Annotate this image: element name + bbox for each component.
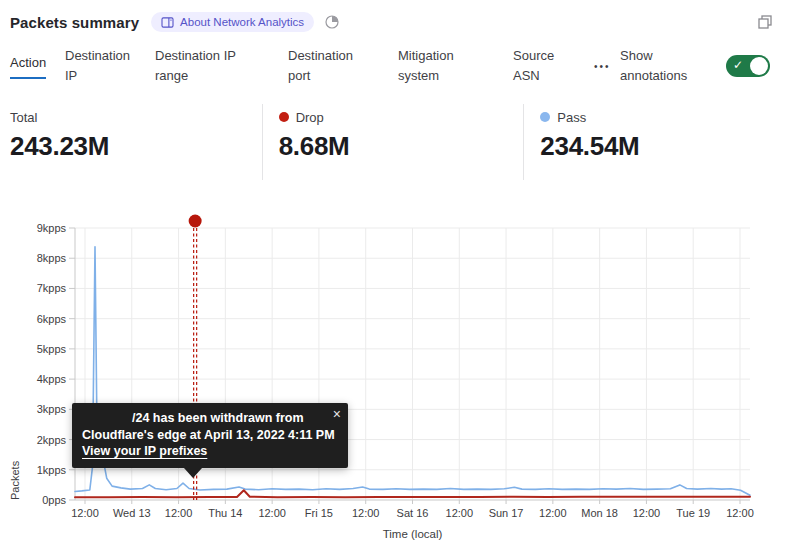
ellipsis-icon[interactable]: •••	[594, 61, 620, 72]
svg-text:Tue 19: Tue 19	[676, 507, 710, 519]
header: Packets summary About Network Analytics	[0, 0, 785, 34]
tab-destination-ip[interactable]: Destination IP	[65, 46, 155, 86]
about-network-analytics-badge[interactable]: About Network Analytics	[151, 12, 314, 32]
totals-row: Total 243.23M Drop 8.68M Pass 234.54M	[0, 104, 785, 180]
svg-text:3kpps: 3kpps	[37, 403, 67, 415]
toggle-knob	[750, 57, 768, 75]
svg-text:12:00: 12:00	[726, 507, 754, 519]
stat-pass-value: 234.54M	[540, 131, 785, 162]
svg-text:Thu 14: Thu 14	[208, 507, 242, 519]
x-axis-label: Time (local)	[75, 528, 750, 540]
svg-text:8kpps: 8kpps	[37, 252, 67, 264]
view-ip-prefixes-link[interactable]: View your IP prefixes	[82, 444, 207, 458]
badge-label: About Network Analytics	[180, 16, 304, 28]
stat-total-value: 243.23M	[10, 131, 262, 162]
dimension-tabs: Action Destination IP Destination IP ran…	[0, 42, 785, 90]
show-annotations-toggle[interactable]: ✓	[726, 55, 770, 77]
check-icon: ✓	[733, 58, 743, 72]
stat-total: Total 243.23M	[0, 104, 262, 180]
annotation-text-line2: Cloudflare's edge at April 13, 2022 4:11…	[82, 427, 338, 444]
svg-text:Sat 16: Sat 16	[397, 507, 429, 519]
tab-destination-ip-range[interactable]: Destination IP range	[155, 46, 288, 86]
stat-drop-value: 8.68M	[279, 131, 524, 162]
tab-action[interactable]: Action	[10, 53, 65, 79]
packets-time-series-chart: 12:00Wed 1312:00Thu 1412:00Fri 1512:00Sa…	[0, 210, 785, 555]
svg-text:12:00: 12:00	[446, 507, 474, 519]
svg-text:6kpps: 6kpps	[37, 313, 67, 325]
pie-chart-icon	[324, 14, 340, 30]
svg-text:12:00: 12:00	[352, 507, 380, 519]
chart-canvas: 12:00Wed 1312:00Thu 1412:00Fri 1512:00Sa…	[0, 210, 785, 555]
tab-destination-port[interactable]: Destination port	[288, 46, 398, 86]
expand-icon[interactable]	[757, 14, 773, 30]
tooltip-caret	[184, 468, 202, 478]
svg-text:9kpps: 9kpps	[37, 222, 67, 234]
tab-source-asn[interactable]: Source ASN	[513, 46, 594, 86]
page-title: Packets summary	[10, 14, 139, 31]
svg-text:12:00: 12:00	[71, 507, 99, 519]
annotation-tooltip: × /24 has been withdrawn from Cloudflare…	[72, 403, 348, 468]
svg-text:12:00: 12:00	[165, 507, 193, 519]
svg-text:7kpps: 7kpps	[37, 282, 67, 294]
svg-text:5kpps: 5kpps	[37, 343, 67, 355]
svg-text:0pps: 0pps	[42, 494, 66, 506]
stat-drop: Drop 8.68M	[262, 104, 524, 180]
stat-pass: Pass 234.54M	[523, 104, 785, 180]
stat-drop-label: Drop	[296, 110, 324, 125]
pass-legend-dot	[540, 112, 550, 122]
annotation-text-line1: /24 has been withdrawn from	[132, 410, 338, 427]
svg-text:Sun 17: Sun 17	[489, 507, 524, 519]
svg-text:Fri 15: Fri 15	[305, 507, 333, 519]
stat-total-label: Total	[10, 110, 37, 125]
svg-text:Mon 18: Mon 18	[581, 507, 618, 519]
svg-text:1kpps: 1kpps	[37, 464, 67, 476]
network-analytics-panel: Packets summary About Network Analytics …	[0, 0, 785, 555]
stat-pass-label: Pass	[557, 110, 586, 125]
tab-mitigation-system[interactable]: Mitigation system	[398, 46, 513, 86]
close-icon[interactable]: ×	[333, 406, 341, 423]
svg-text:2kpps: 2kpps	[37, 434, 67, 446]
y-axis-label: Packets	[9, 228, 21, 500]
svg-text:12:00: 12:00	[539, 507, 567, 519]
show-annotations-label: Show annotations	[620, 46, 712, 86]
drop-legend-dot	[279, 112, 289, 122]
svg-text:12:00: 12:00	[258, 507, 286, 519]
svg-text:12:00: 12:00	[633, 507, 661, 519]
svg-text:4kpps: 4kpps	[37, 373, 67, 385]
svg-text:Wed 13: Wed 13	[113, 507, 151, 519]
book-icon	[161, 17, 174, 28]
